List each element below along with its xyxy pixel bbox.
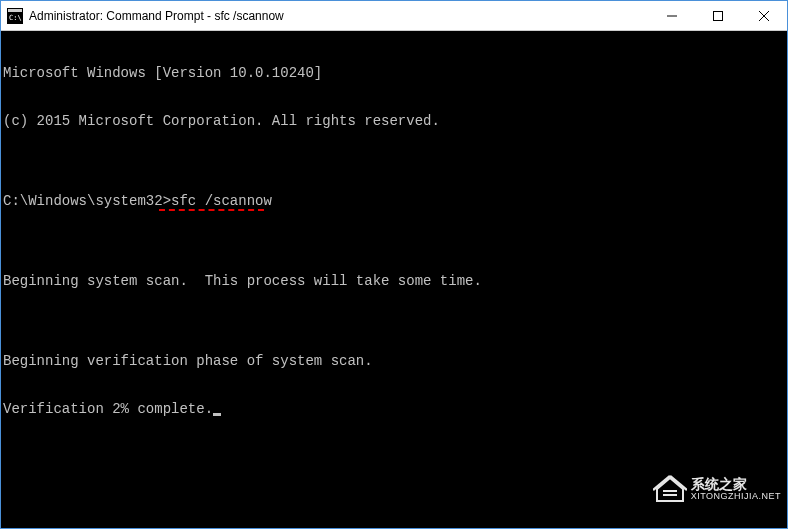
terminal-cursor xyxy=(213,413,221,416)
terminal-output[interactable]: Microsoft Windows [Version 10.0.10240] (… xyxy=(1,31,787,528)
svg-rect-4 xyxy=(714,11,723,20)
window-title: Administrator: Command Prompt - sfc /sca… xyxy=(29,9,649,23)
watermark-text: 系统之家 XITONGZHIJIA.NET xyxy=(691,477,781,502)
terminal-line: Beginning verification phase of system s… xyxy=(3,353,785,369)
maximize-button[interactable] xyxy=(695,1,741,30)
verification-text: Verification 2% complete. xyxy=(3,401,213,417)
terminal-line: Microsoft Windows [Version 10.0.10240] xyxy=(3,65,785,81)
titlebar[interactable]: C:\ Administrator: Command Prompt - sfc … xyxy=(1,1,787,31)
watermark-house-icon xyxy=(622,457,687,522)
command-text: sfc /scannow xyxy=(171,193,272,209)
command-highlight-annotation xyxy=(159,209,264,211)
svg-line-8 xyxy=(670,476,687,490)
svg-rect-1 xyxy=(8,9,22,12)
cmd-icon: C:\ xyxy=(7,8,23,24)
svg-text:C:\: C:\ xyxy=(9,14,22,22)
terminal-line: (c) 2015 Microsoft Corporation. All righ… xyxy=(3,113,785,129)
close-button[interactable] xyxy=(741,1,787,30)
watermark-sub: XITONGZHIJIA.NET xyxy=(691,492,781,502)
prompt-line: C:\Windows\system32>sfc /scannow xyxy=(3,193,785,209)
minimize-button[interactable] xyxy=(649,1,695,30)
prompt-text: C:\Windows\system32> xyxy=(3,193,171,209)
svg-line-7 xyxy=(653,476,670,490)
command-prompt-window: C:\ Administrator: Command Prompt - sfc … xyxy=(0,0,788,529)
terminal-line: Verification 2% complete. xyxy=(3,401,785,417)
terminal-line: Beginning system scan. This process will… xyxy=(3,273,785,289)
watermark-main: 系统之家 xyxy=(691,477,781,492)
watermark: 系统之家 XITONGZHIJIA.NET xyxy=(622,457,781,522)
window-controls xyxy=(649,1,787,30)
